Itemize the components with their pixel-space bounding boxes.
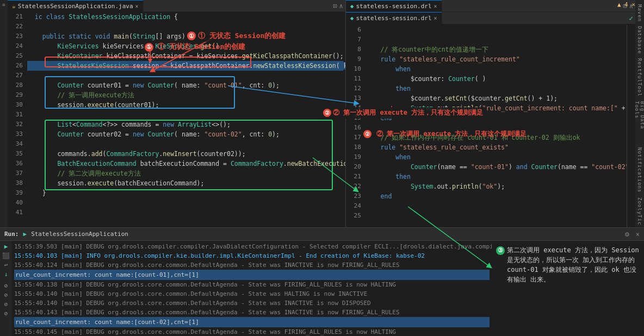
right-code-line-20: Counter(name == "count-01") and Counter(… [366,162,624,172]
code-line-27 [27,71,343,80]
close-panel-icon[interactable]: × [636,231,640,238]
right-code-line-12: then [366,84,624,94]
right-code-area: // 将counter中的cnt的值递增一下 rule "stateless_r… [363,25,627,227]
code-line-33: Counter counter02 = new Counter( name: "… [27,129,343,139]
tab-stateless-drl[interactable]: ◆ stateless-session.drl × [346,0,442,12]
code-line-41 [27,208,343,217]
right-code-line-9: rule "stateless_rule_count_increment" [366,54,624,64]
tab-stateless-application[interactable]: ☕ StatelessSessionApplication.java × [8,0,144,12]
tab-drl-inner[interactable]: ◆ stateless-session.drl × [346,12,442,24]
left-editor-content: 2122232425 2627282930 3132333435 3637383… [8,12,345,227]
code-line-28: Counter counter01 = new Counter( name: "… [27,80,343,90]
code-line-38: session.execute(batchExecutionCommand); [27,178,343,188]
right-code-line-22: System.out.println("ok"); [366,182,624,191]
console-line-0: 15:55:39.503 [main] DEBUG org.drools.com… [14,242,490,251]
annotation-3-area: ③ 第二次调用 execute 方法，因为 Session 是无状态的，所以第一… [492,241,644,336]
right-editor-content: 678910 1112131415 1617181920 2122232425 … [346,25,635,227]
right-code-line-21: then [366,172,624,182]
right-code-line-8: // 将counter中的cnt的值递增一下 [366,45,624,54]
right-code-line-24 [366,201,624,211]
right-code-line-7 [366,35,624,45]
console-line-4: 15:55:40.138 [main] DEBUG org.drools.cor… [14,280,490,289]
fold-icon[interactable]: ⊘ [4,282,8,289]
code-line-35: commands.add(CommandFactory.newInsert(co… [27,149,343,159]
left-line-numbers: 2122232425 2627282930 3132333435 3637383… [8,12,25,227]
left-editor-tabs: ☕ StatelessSessionApplication.java × ▲ 4… [8,0,345,12]
bottom-left-icons: ▶ ⬛ ↩ ↓ ⊘ ⊘ ⊘ ⊘ [0,241,12,336]
right-line-numbers: 678910 1112131415 1617181920 2122232425 [346,25,363,227]
sidebar-notifications[interactable]: Notifications [637,145,642,195]
code-line-25: KieContainer kieClasspathContainer = kie… [27,51,343,61]
console-line-5: 15:55:40.140 [main] DEBUG org.drools.cor… [14,289,490,298]
tab-close-left[interactable]: × [135,3,139,9]
code-line-37: // 第二次调用execute方法 [27,169,343,178]
code-line-24: KieServices kieServices = KieServices.ge… [27,41,343,51]
right-code-line-25 [366,211,624,221]
more-icon[interactable]: ⊘ [4,310,8,317]
code-line-29: // 第一调用execute方法 [27,90,343,100]
code-line-34 [27,139,343,149]
collapse-icon[interactable]: ∧ [339,2,343,10]
copy-icon[interactable]: ⊘ [4,301,8,308]
code-line-30: session.execute(counter01); [27,100,343,110]
tab-close-right[interactable]: × [434,3,437,9]
right-minimap [627,25,635,227]
left-code-area: ic class StatelessSessionApplication { p… [25,12,345,227]
right-code-line-11: $counter: Counter( ) [366,74,624,84]
console-line-1: 15:55:40.103 [main] INFO org.drools.comp… [14,251,490,260]
editors-area: ≡ ☕ StatelessSessionApplication.java × ▲… [0,0,644,227]
bottom-content: ▶ ⬛ ↩ ↓ ⊘ ⊘ ⊘ ⊘ 15:55:39.503 [main] DEBU… [0,241,644,336]
right-editor-panel: ◆ stateless-session.drl × ⊡ ∧ ◆ stateles… [346,0,635,227]
code-line-31 [27,110,343,120]
play-icon[interactable]: ▶ [4,243,8,250]
console-line-8: rule_count_increment: count name:[count-… [14,317,490,327]
console-line-7: 15:55:40.143 [main] DEBUG org.drools.cor… [14,308,490,317]
sidebar-database[interactable]: Database [637,24,642,56]
code-line-40 [27,198,343,208]
tab-close-drl-inner[interactable]: × [434,15,437,21]
annotation-3-text: 第二次调用 execute 方法，因为 Session 是无状态的，所以第一次 … [507,245,640,284]
code-line-23: public static void main(String[] args) { [27,32,343,41]
code-line-39: } [27,188,343,198]
sidebar-bigdata[interactable]: Big Data Tools [634,99,644,145]
bottom-toolbar: Run: ▶ StatelessSessionApplication ⚙ × [0,228,644,241]
settings-icon[interactable]: ⚙ [625,230,629,238]
split-icon[interactable]: ⊡ [333,2,337,10]
console-line-6: 15:55:40.140 [main] DEBUG org.drools.cor… [14,298,490,308]
code-line-26: StatelessKieSession session = kieClasspa… [27,61,343,71]
console-line-2: 15:55:40.124 [main] DEBUG org.drools.cor… [14,260,490,270]
run-title[interactable]: StatelessSessionApplication [31,231,128,238]
code-line-22 [27,22,343,32]
right-sidebar: Maven Database RestfulTool Big Data Tool… [635,0,644,227]
line-icon: ≡ [2,2,5,8]
right-editor-tabs: ◆ stateless-session.drl × ⊡ ∧ [346,0,635,12]
right-code-line-16 [366,123,624,133]
console-output: 15:55:39.503 [main] DEBUG org.drools.com… [12,241,492,336]
sidebar-maven[interactable]: Maven [637,2,642,24]
right-code-line-17: // 如果工作内存中同时存在 count-01 和 counter-02 则输出… [366,133,624,142]
run-label: Run: [4,231,19,238]
right-code-line-23: end [366,191,624,201]
left-editor-panel: ☕ StatelessSessionApplication.java × ▲ 4… [8,0,346,227]
console-line-3: rule_count_increment: count name:[count-… [14,270,490,280]
annotation-3-badge: ③ [496,246,505,255]
drl-check-icon: ✓ [629,14,633,22]
sidebar-restful[interactable]: RestfulTool [637,56,642,99]
code-line-36: BatchExecutionCommand batchExecutionComm… [27,159,343,169]
right-code-line-10: when [366,64,624,74]
scroll-end-icon[interactable]: ↓ [4,271,8,278]
right-code-line-15: end [366,113,624,123]
right-code-line-18: rule "stateless_rule_count_exists" [366,142,624,152]
right-code-line-13: $counter.setCnt($counter.getCnt() + 1); [366,94,624,103]
sidebar-zoolyti[interactable]: ZoolyTic [637,195,642,227]
code-line-32: List<Command<?>> commands = new ArrayLis… [27,120,343,129]
stop-icon[interactable]: ⬛ [2,252,10,259]
bottom-panel: Run: ▶ StatelessSessionApplication ⚙ × ▶… [0,227,644,336]
right-code-line-6 [366,25,624,35]
code-line-21: ic class StatelessSessionApplication { [27,12,343,22]
rerun-icon[interactable]: ↩ [4,262,8,269]
filter-icon[interactable]: ⊘ [4,291,8,298]
left-sidebar: ≡ [0,0,8,227]
right-code-line-14: System.out.println("rule_count_increment… [366,103,624,113]
run-icon: ▶ [23,231,27,238]
